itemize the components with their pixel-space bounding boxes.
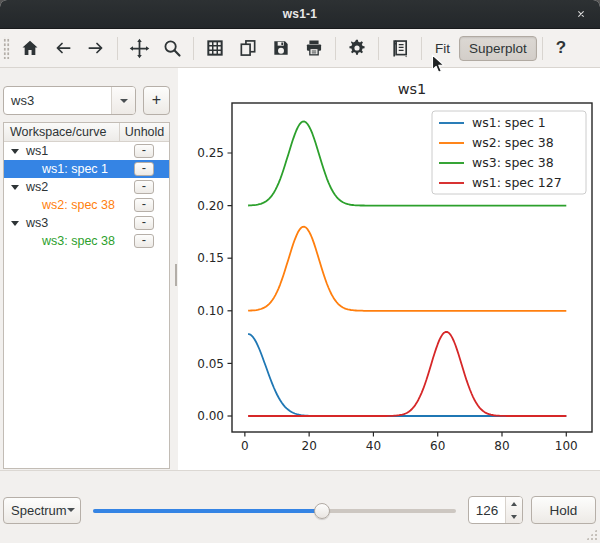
grid-icon — [205, 38, 225, 58]
row-label: ws2 — [26, 180, 48, 194]
resize-grip[interactable] — [586, 529, 597, 540]
back-button[interactable] — [47, 33, 79, 63]
workspace-selector-row: ws3 + — [3, 86, 170, 115]
titlebar[interactable]: ws1-1 — [0, 0, 600, 29]
gear-icon — [347, 38, 367, 58]
svg-text:0: 0 — [241, 439, 249, 453]
mode-selector-value: Spectrum — [11, 503, 67, 518]
slider-fill — [93, 509, 322, 513]
generate-script-button[interactable] — [384, 33, 416, 63]
forward-button[interactable] — [80, 33, 112, 63]
options-button[interactable] — [341, 33, 373, 63]
unhold-button[interactable]: - — [134, 234, 154, 248]
zoom-button[interactable] — [156, 33, 188, 63]
svg-text:ws1: spec 1: ws1: spec 1 — [472, 115, 546, 130]
slider-handle[interactable] — [314, 503, 330, 519]
svg-text:0.00: 0.00 — [197, 409, 224, 423]
unhold-button[interactable]: - — [134, 216, 154, 230]
workspace-row[interactable]: ws2- — [4, 178, 169, 196]
row-label: ws1 — [26, 144, 48, 158]
spectrum-spinbox[interactable]: 126 — [468, 496, 523, 524]
spin-down-button[interactable] — [506, 510, 522, 523]
spectrum-bar: Spectrum 126 Hold — [0, 470, 600, 543]
expander-icon[interactable] — [11, 185, 19, 190]
curve-row[interactable]: ws2: spec 38- — [4, 196, 169, 214]
print-button[interactable] — [298, 33, 330, 63]
column-header-workspace[interactable]: Workspace/curve — [4, 123, 120, 141]
home-button[interactable] — [14, 33, 46, 63]
unhold-button[interactable]: - — [134, 162, 154, 176]
superplot-side-panel: ws3 + Workspace/curve Unhold ws1-ws1: sp… — [0, 68, 173, 470]
workspace-table: Workspace/curve Unhold ws1-ws1: spec 1-w… — [3, 122, 170, 469]
toolbar-separator — [421, 37, 422, 60]
forward-icon — [86, 38, 106, 58]
row-label: ws3 — [26, 216, 48, 230]
workspace-row[interactable]: ws3- — [4, 214, 169, 232]
plot-toolbar: Fit Superplot ? — [0, 29, 600, 68]
fit-button[interactable]: Fit — [427, 36, 458, 61]
main-area: ws3 + Workspace/curve Unhold ws1-ws1: sp… — [0, 68, 600, 470]
svg-text:ws1: spec 127: ws1: spec 127 — [472, 175, 562, 190]
spinbox-value[interactable]: 126 — [469, 497, 505, 523]
svg-text:0.05: 0.05 — [197, 357, 224, 371]
curve-row[interactable]: ws3: spec 38- — [4, 232, 169, 250]
expander-icon[interactable] — [11, 149, 19, 154]
svg-text:100: 100 — [555, 439, 578, 453]
help-button[interactable]: ? — [548, 36, 574, 60]
unhold-button[interactable]: - — [134, 198, 154, 212]
superplot-window: ws1-1 — [0, 0, 600, 543]
hold-button[interactable]: Hold — [531, 496, 596, 524]
chevron-up-icon — [511, 502, 517, 506]
svg-text:0.15: 0.15 — [197, 251, 224, 265]
save-button[interactable] — [265, 33, 297, 63]
pan-icon — [129, 38, 150, 59]
save-icon — [271, 38, 291, 58]
toolbar-drag-handle[interactable] — [3, 37, 10, 59]
workspace-table-header[interactable]: Workspace/curve Unhold — [4, 123, 169, 142]
pan-button[interactable] — [123, 33, 155, 63]
home-icon — [20, 38, 40, 58]
mode-selector[interactable]: Spectrum — [3, 497, 81, 524]
copy-button[interactable] — [232, 33, 264, 63]
workspace-table-body: ws1-ws1: spec 1-ws2-ws2: spec 38-ws3-ws3… — [4, 142, 169, 250]
svg-text:0.25: 0.25 — [197, 146, 224, 160]
svg-text:0.10: 0.10 — [197, 304, 224, 318]
workspace-row[interactable]: ws1- — [4, 142, 169, 160]
print-icon — [304, 38, 324, 58]
toolbar-separator — [193, 37, 194, 60]
spectrum-slider[interactable] — [93, 497, 456, 524]
superplot-button[interactable]: Superplot — [459, 36, 537, 61]
spin-up-button[interactable] — [506, 497, 522, 510]
row-label: ws1: spec 1 — [4, 162, 108, 176]
subplots-button[interactable] — [199, 33, 231, 63]
svg-text:20: 20 — [302, 439, 317, 453]
plot-canvas[interactable]: 0204060801000.000.050.100.150.200.25ws1w… — [178, 68, 600, 470]
toolbar-separator — [542, 37, 543, 60]
chevron-down-icon — [67, 508, 75, 512]
script-icon — [390, 38, 411, 59]
add-workspace-button[interactable]: + — [143, 86, 170, 115]
svg-text:ws1: ws1 — [398, 81, 427, 97]
spinbox-steppers — [505, 497, 522, 523]
toolbar-separator — [117, 37, 118, 60]
svg-text:0.20: 0.20 — [197, 199, 224, 213]
svg-text:60: 60 — [430, 439, 445, 453]
toolbar-separator — [335, 37, 336, 60]
combo-dropdown-button[interactable] — [111, 87, 135, 114]
close-button[interactable] — [571, 4, 591, 24]
svg-text:80: 80 — [494, 439, 509, 453]
chevron-down-icon — [511, 515, 517, 519]
column-header-unhold[interactable]: Unhold — [120, 123, 169, 141]
svg-text:ws3: spec 38: ws3: spec 38 — [472, 155, 554, 170]
curve-row[interactable]: ws1: spec 1- — [4, 160, 169, 178]
expander-icon[interactable] — [11, 221, 19, 226]
unhold-button[interactable]: - — [134, 180, 154, 194]
copy-icon — [238, 38, 258, 58]
workspace-selector-value: ws3 — [4, 87, 111, 114]
unhold-button[interactable]: - — [134, 144, 154, 158]
svg-text:ws2: spec 38: ws2: spec 38 — [472, 135, 554, 150]
workspace-selector[interactable]: ws3 — [3, 86, 136, 115]
back-icon — [53, 38, 73, 58]
chevron-down-icon — [120, 99, 128, 103]
row-label: ws2: spec 38 — [4, 198, 115, 212]
